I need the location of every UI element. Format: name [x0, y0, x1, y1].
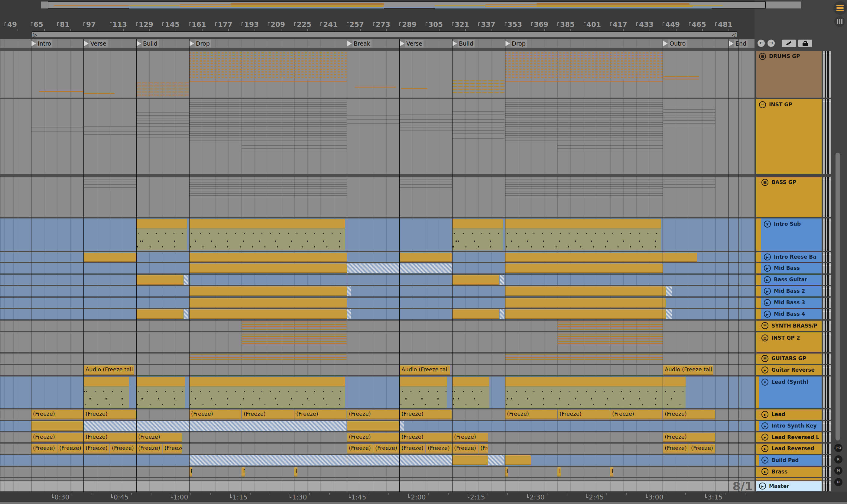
track-header-guitars-gp[interactable]: ≡GUITARS GP: [759, 354, 822, 364]
locator-flag-icon[interactable]: [729, 41, 734, 46]
clip-audio[interactable]: (Freeze): [31, 433, 83, 442]
locator-flag-icon[interactable]: [32, 41, 36, 46]
clip-audio[interactable]: (Freeze): [57, 444, 83, 453]
clip-audio[interactable]: (Freeze): [373, 444, 399, 453]
track-lane-build-pad[interactable]: [0, 455, 755, 466]
locator-label[interactable]: Verse: [89, 40, 108, 48]
track-play-icon[interactable]: ▶: [761, 434, 769, 440]
group-menu-icon[interactable]: ≡: [761, 355, 769, 362]
track-header-master[interactable]: ▶Master: [756, 481, 822, 491]
clip-audio[interactable]: Audio (Freeze tail: [84, 365, 134, 375]
track-header-bass-gp[interactable]: ≡BASS GP: [759, 177, 822, 217]
track-header-hidden[interactable]: [759, 478, 822, 481]
hamburger-menu-icon[interactable]: [833, 1, 847, 15]
locator-label[interactable]: End: [734, 40, 747, 48]
freeze-tail-clip[interactable]: [189, 455, 452, 465]
locator-label[interactable]: Break: [352, 40, 371, 48]
clip-audio[interactable]: (Freeze): [689, 444, 715, 453]
freeze-tail-clip[interactable]: [84, 421, 347, 431]
freeze-tail-clip[interactable]: [666, 309, 672, 319]
mixer-section-toggle-d[interactable]: D: [834, 478, 843, 486]
track-lane-hidden[interactable]: [0, 478, 755, 481]
clip-audio[interactable]: (Freeze): [163, 444, 182, 453]
track-play-icon[interactable]: ▶: [761, 445, 769, 452]
track-lane-mid-bass-3[interactable]: [0, 298, 755, 308]
locator-flag-icon[interactable]: [84, 41, 89, 46]
freeze-tail-clip[interactable]: [347, 286, 351, 296]
locator-flag-icon[interactable]: [190, 41, 194, 46]
freeze-tail-clip[interactable]: [184, 275, 188, 285]
clip-audio[interactable]: (Freeze): [110, 444, 136, 453]
mixer-columns-icon[interactable]: [834, 16, 845, 27]
clip-audio[interactable]: (Freeze): [31, 410, 83, 419]
nav-back-button[interactable]: ←: [758, 40, 765, 47]
loop-brace[interactable]: ▷◁: [32, 32, 737, 38]
track-lane-guitar-reverse[interactable]: Audio (Freeze tailAudio (Freeze tailAudi…: [0, 365, 755, 375]
track-lane-intro-reese-ba[interactable]: [0, 252, 755, 262]
locator-flag-icon[interactable]: [400, 41, 404, 46]
freeze-tail-clip[interactable]: [399, 421, 404, 431]
track-play-icon[interactable]: ▶: [759, 483, 766, 489]
clip-audio[interactable]: (Freeze): [400, 410, 452, 419]
mixer-section-toggle-m[interactable]: M: [834, 467, 843, 475]
freeze-tail-clip[interactable]: [347, 309, 351, 319]
track-play-icon[interactable]: ▶: [764, 288, 771, 294]
group-menu-icon[interactable]: ≡: [761, 335, 769, 341]
freeze-tail-clip[interactable]: [184, 309, 188, 319]
track-header-intro-synth-key[interactable]: ▶Intro Synth Key: [759, 421, 822, 431]
clip-audio[interactable]: [189, 309, 347, 319]
track-play-icon[interactable]: ▶: [764, 299, 771, 306]
locator-label[interactable]: Build: [142, 40, 159, 48]
track-header-synth-brass-p[interactable]: ≡SYNTH BRASS/P: [759, 321, 822, 331]
track-play-icon[interactable]: ▶: [764, 311, 771, 318]
track-play-icon[interactable]: ▶: [761, 468, 769, 475]
clip-midi[interactable]: [505, 377, 686, 408]
track-play-icon[interactable]: ▶: [764, 276, 771, 283]
clip-audio[interactable]: (Freeze): [558, 410, 610, 419]
clip-audio[interactable]: [505, 309, 666, 319]
clip-audio[interactable]: [347, 421, 399, 431]
clip-audio[interactable]: Audio (Freeze tail: [663, 365, 713, 375]
clip-midi[interactable]: [452, 219, 503, 251]
clip-audio[interactable]: (Freeze): [478, 444, 488, 453]
clip-audio[interactable]: (Freeze): [347, 444, 373, 453]
locator-row[interactable]: IntroVerseBuildDropBreakVerseBuildDropOu…: [0, 39, 755, 48]
locator-label[interactable]: Verse: [405, 40, 423, 48]
clip-audio[interactable]: (Freeze): [400, 433, 452, 442]
track-header-lead-synth-[interactable]: ▼Lead (Synth): [759, 377, 822, 408]
track-lane-drums-gp[interactable]: [0, 51, 755, 97]
vertical-scrollbar[interactable]: [835, 152, 840, 440]
clip-audio[interactable]: (Freeze): [136, 444, 162, 453]
track-lane-synth-brass-p[interactable]: [0, 321, 755, 331]
track-header-build-pad[interactable]: ▶Build Pad: [759, 455, 822, 466]
clip-audio[interactable]: [505, 264, 663, 273]
clip-audio[interactable]: [189, 253, 347, 262]
freeze-tail-clip[interactable]: [488, 455, 504, 465]
track-lane-bass-gp[interactable]: [0, 177, 755, 217]
track-play-icon[interactable]: ▶: [761, 366, 769, 374]
track-play-icon[interactable]: ▶: [761, 456, 769, 464]
clip-audio[interactable]: [189, 298, 347, 308]
clip-audio[interactable]: [136, 309, 183, 319]
track-play-icon[interactable]: ▶: [761, 422, 769, 429]
clip-midi[interactable]: [136, 377, 185, 408]
clip-audio[interactable]: (Freeze): [84, 444, 109, 453]
clip-midi[interactable]: [452, 377, 489, 408]
clip-audio[interactable]: [505, 253, 697, 262]
clip-audio[interactable]: (Freeze): [242, 410, 294, 419]
locator-flag-icon[interactable]: [137, 41, 141, 46]
track-header-mid-bass[interactable]: ▶Mid Bass: [761, 263, 822, 273]
clip-audio[interactable]: [505, 455, 531, 465]
mixer-section-toggle-r[interactable]: R: [834, 455, 843, 464]
clip-midi[interactable]: [189, 219, 345, 251]
clip-midi[interactable]: [84, 377, 129, 408]
clip-audio[interactable]: [505, 298, 666, 308]
clip-audio[interactable]: (Freeze): [347, 410, 399, 419]
clip-audio[interactable]: (Freeze): [31, 444, 57, 453]
track-play-icon[interactable]: ▶: [764, 265, 771, 272]
locator-label[interactable]: Drop: [195, 40, 211, 48]
group-menu-icon[interactable]: ≡: [759, 101, 766, 108]
track-header-intro-sub[interactable]: ▼Intro Sub: [761, 218, 822, 251]
loop-end-marker[interactable]: ◁: [731, 32, 736, 38]
track-lane-mid-bass-2[interactable]: [0, 286, 755, 296]
